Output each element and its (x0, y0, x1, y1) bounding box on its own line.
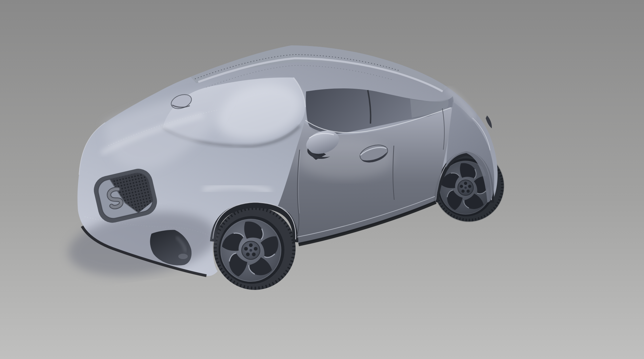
render-viewport[interactable] (0, 0, 644, 359)
car-render-canvas[interactable] (0, 0, 644, 359)
intake-glint (178, 254, 188, 259)
